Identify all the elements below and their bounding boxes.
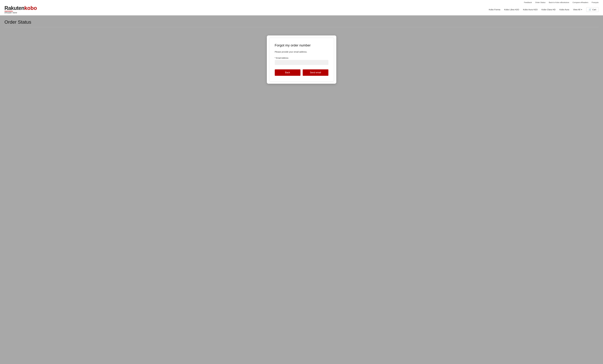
compare-ereaders-link[interactable]: Compare eReaders <box>573 1 588 3</box>
chevron-down-icon: ▼ <box>581 9 582 11</box>
logo[interactable]: Rakuten kobo eReader Store <box>4 5 37 14</box>
cart-icon: 🛒 <box>589 8 591 11</box>
modal-title: Forgot my order number <box>275 43 328 47</box>
cart-button[interactable]: 🛒 Cart <box>586 7 599 12</box>
page-title-divider <box>4 27 599 27</box>
nav-kobo-libra[interactable]: Kobo Libra H2O <box>504 8 519 11</box>
modal-inner: Forgot my order number Please provide yo… <box>269 38 334 82</box>
modal-actions: Back Send email <box>275 69 328 76</box>
nav-kobo-forma[interactable]: Kobo Forma <box>489 8 500 11</box>
email-input[interactable] <box>275 60 328 65</box>
modal-description: Please provide your email address. <box>275 51 328 53</box>
modal-container: Forgot my order number Please provide yo… <box>4 33 599 84</box>
back-to-bookstore-link[interactable]: Back to Kobo eBookstore <box>549 1 569 3</box>
language-link[interactable]: Français <box>591 1 599 3</box>
nav-kobo-aura[interactable]: Kobo Aura <box>559 8 569 11</box>
nav-kobo-clara[interactable]: Kobo Clara HD <box>542 8 556 11</box>
logo-rakuten-text: Rakuten <box>4 5 24 11</box>
main-navigation: Kobo Forma Kobo Libra H2O Kobo Aura H2O … <box>489 8 582 11</box>
page-title: Order Status <box>4 19 599 25</box>
header: Feedback Order Status Back to Kobo eBook… <box>0 0 603 15</box>
order-status-link[interactable]: Order Status <box>535 1 545 3</box>
nav-kobo-aura-h2o[interactable]: Kobo Aura H2O <box>523 8 538 11</box>
logo-nav-row: Rakuten kobo eReader Store Kobo Forma Ko… <box>4 4 599 15</box>
send-email-button[interactable]: Send email <box>303 69 328 76</box>
logo-kobo-text: kobo <box>24 5 37 11</box>
back-button[interactable]: Back <box>275 69 301 76</box>
logo-subtitle: eReader Store <box>4 12 37 14</box>
modal-outer: Forgot my order number Please provide yo… <box>267 35 336 84</box>
top-navigation: Feedback Order Status Back to Kobo eBook… <box>4 0 599 4</box>
email-form-group: * Email Address <box>275 57 328 65</box>
nav-view-all[interactable]: View All ▼ <box>573 8 582 11</box>
page-content: Order Status Forgot my order number Plea… <box>0 15 603 361</box>
email-label: * Email Address <box>275 57 328 59</box>
feedback-link[interactable]: Feedback <box>524 1 532 3</box>
logo-underline <box>4 11 13 12</box>
